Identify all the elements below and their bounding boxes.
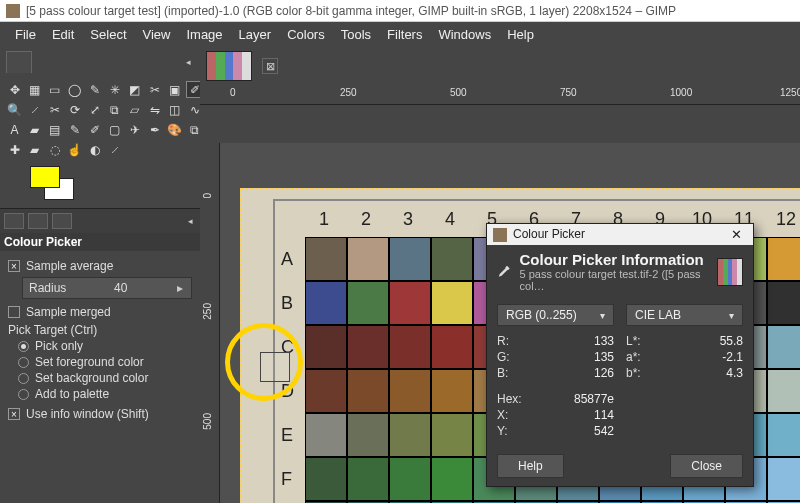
tool-by-color-select[interactable]: ◩ [126,81,143,98]
dialog-app-icon [493,228,507,242]
use-info-window-label: Use info window (Shift) [26,407,149,421]
column-number: 4 [429,209,471,230]
color-swatch [389,457,431,501]
image-tab-close-icon[interactable]: ⊠ [262,58,278,74]
tool-align[interactable]: ▦ [26,81,43,98]
tool-path[interactable]: ⟋ [106,141,123,158]
row-letter: A [281,237,295,281]
toolbox-menu-icon[interactable]: ◂ [182,56,194,68]
image-tab-thumb[interactable] [206,51,252,81]
tool-options-tab-bar[interactable]: ◂ [0,208,200,233]
sample-average-checkbox[interactable] [8,260,20,272]
tool-move[interactable]: ✥ [6,81,23,98]
tool-heal[interactable]: ✚ [6,141,23,158]
column-number: 2 [345,209,387,230]
ruler-tick: 500 [202,413,213,430]
tool-blur[interactable]: ◌ [46,141,63,158]
menu-image[interactable]: Image [179,25,229,44]
dialog-thumb [717,258,743,286]
pick-target-option[interactable]: Set foreground color [18,355,192,369]
tool-ink[interactable]: ✒ [146,121,163,138]
tool-text[interactable]: A [6,121,23,138]
tool-measure[interactable]: ⟋ [26,101,43,118]
tool-options-title: Colour Picker [0,233,200,251]
tool-smudge[interactable]: ☝ [66,141,83,158]
tool-cage[interactable]: ◫ [166,101,183,118]
tool-rotate[interactable]: ⟳ [66,101,83,118]
color-picker-dialog[interactable]: Colour Picker ✕ Colour Picker Informatio… [486,223,754,487]
menu-layer[interactable]: Layer [232,25,279,44]
tool-scale[interactable]: ⤢ [86,101,103,118]
dialog-heading: Colour Picker Information [520,251,710,268]
undo-history-tab[interactable] [52,213,72,229]
tool-rect-select[interactable]: ▭ [46,81,63,98]
tool-perspective[interactable]: ▱ [126,101,143,118]
color-swatch [347,325,389,369]
chevron-down-icon: ▾ [729,310,734,321]
radio-icon[interactable] [18,389,29,400]
toolbox-tab[interactable] [6,51,32,73]
tool-foreground-select[interactable]: ▣ [166,81,183,98]
menu-view[interactable]: View [136,25,178,44]
menu-colors[interactable]: Colors [280,25,332,44]
tool-scissors[interactable]: ✂ [146,81,163,98]
dialog-titlebar[interactable]: Colour Picker ✕ [487,224,753,245]
tool-mypaint[interactable]: 🎨 [166,121,183,138]
tool-free-select[interactable]: ✎ [86,81,103,98]
tool-gradient[interactable]: ▤ [46,121,63,138]
radio-icon[interactable] [18,357,29,368]
ruler-tick: 0 [202,193,213,199]
pick-target-option[interactable]: Add to palette [18,387,192,401]
tool-options-tab[interactable] [4,213,24,229]
color-swatch [305,413,347,457]
menu-filters[interactable]: Filters [380,25,429,44]
tool-fuzzy-select[interactable]: ✳ [106,81,123,98]
radius-field[interactable]: Radius 40 ▸ [22,277,192,299]
tool-zoom[interactable]: 🔍 [6,101,23,118]
menu-help[interactable]: Help [500,25,541,44]
dock-menu-icon[interactable]: ◂ [184,215,196,227]
tool-paintbrush[interactable]: ✐ [86,121,103,138]
tool-pencil[interactable]: ✎ [66,121,83,138]
use-info-window-checkbox[interactable] [8,408,20,420]
radio-icon[interactable] [18,373,29,384]
image-tab-bar[interactable]: ⊠ [200,47,800,85]
dialog-close-icon[interactable]: ✕ [725,227,747,242]
menu-select[interactable]: Select [83,25,133,44]
menu-tools[interactable]: Tools [334,25,378,44]
eyedropper-icon [497,264,512,280]
pick-target-label: Set foreground color [35,355,144,369]
color-mode-left-dropdown[interactable]: RGB (0..255) ▾ [497,304,614,326]
pick-target-label: Set background color [35,371,148,385]
tool-ellipse-select[interactable]: ◯ [66,81,83,98]
help-button[interactable]: Help [497,454,564,478]
color-swatch [389,369,431,413]
menu-bar[interactable]: FileEditSelectViewImageLayerColorsToolsF… [0,22,800,47]
sample-merged-checkbox[interactable] [8,306,20,318]
menu-edit[interactable]: Edit [45,25,81,44]
radius-spinner[interactable]: ▸ [175,281,185,295]
menu-file[interactable]: File [8,25,43,44]
toolbox-tab-bar[interactable]: ◂ [0,47,200,77]
tool-airbrush[interactable]: ✈ [126,121,143,138]
ruler-tick: 0 [230,87,236,98]
tool-crop[interactable]: ✂ [46,101,63,118]
tool-bucket[interactable]: ▰ [26,121,43,138]
close-button[interactable]: Close [670,454,743,478]
color-mode-right-value: CIE LAB [635,308,681,322]
pick-target-label: Add to palette [35,387,109,401]
tool-flip[interactable]: ⇋ [146,101,163,118]
pick-target-option[interactable]: Set background color [18,371,192,385]
tool-shear[interactable]: ⧉ [106,101,123,118]
fg-color-swatch[interactable] [30,166,60,188]
radio-icon[interactable] [18,341,29,352]
color-mode-right-dropdown[interactable]: CIE LAB ▾ [626,304,743,326]
tool-dodge[interactable]: ◐ [86,141,103,158]
pick-target-option[interactable]: Pick only [18,339,192,353]
menu-windows[interactable]: Windows [431,25,498,44]
tool-eraser[interactable]: ▢ [106,121,123,138]
window-titlebar: [5 pass colour target test] (imported)-1… [0,0,800,22]
tool-perspective-clone[interactable]: ▰ [26,141,43,158]
device-status-tab[interactable] [28,213,48,229]
fg-bg-color-widget[interactable] [30,166,76,202]
